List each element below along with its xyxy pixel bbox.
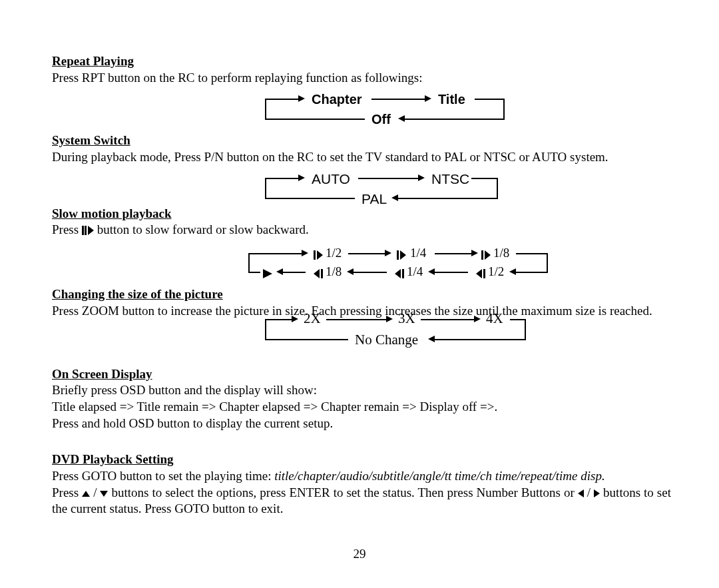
diagram-label: 3X xyxy=(398,310,415,328)
page-number: 29 xyxy=(0,546,719,563)
text-fragment: buttons to select the options, press ENT… xyxy=(108,485,577,499)
diagram-zoom-cycle: 2X 3X 4X No Change xyxy=(265,312,545,352)
text-fragment: Press GOTO button to set the playing tim… xyxy=(52,469,274,483)
diagram-label: 4X xyxy=(486,310,503,328)
text-repeat: Press RPT button on the RC to perform re… xyxy=(52,70,671,87)
diagram-label: 2X xyxy=(304,310,321,328)
svg-rect-10 xyxy=(483,269,485,278)
document-page: Repeat Playing Press RPT button on the R… xyxy=(52,53,671,318)
diagram-label: 1/4 xyxy=(410,245,426,262)
svg-rect-1 xyxy=(85,226,87,235)
diagram-label: 1/4 xyxy=(407,264,423,280)
left-icon xyxy=(578,489,584,497)
text-osd-3: Press and hold OSD button to display the… xyxy=(52,416,671,432)
step-fwd-icon xyxy=(397,248,406,264)
svg-marker-4 xyxy=(317,250,323,260)
heading-system: System Switch xyxy=(52,133,671,149)
diagram-label: 1/8 xyxy=(326,264,342,280)
step-back-icon xyxy=(314,266,323,283)
step-fwd-icon xyxy=(314,248,323,264)
text-system: During playback mode, Press P/N button o… xyxy=(52,149,671,166)
up-icon xyxy=(82,491,90,497)
svg-rect-14 xyxy=(321,269,323,278)
svg-rect-12 xyxy=(402,269,404,278)
diagram-label: No Change xyxy=(355,331,418,349)
step-fwd-icon xyxy=(481,248,491,264)
text-osd-2: Title elapsed => Title remain => Chapter… xyxy=(52,399,671,416)
heading-slow: Slow motion playback xyxy=(52,206,671,222)
svg-marker-8 xyxy=(485,250,491,260)
svg-rect-5 xyxy=(397,250,399,260)
diagram-label: Chapter xyxy=(312,91,362,108)
diagram-label: 1/2 xyxy=(488,264,504,280)
pause-play-icon xyxy=(82,223,94,240)
play-icon xyxy=(263,266,272,283)
svg-rect-7 xyxy=(481,250,483,260)
diagram-label: AUTO xyxy=(312,170,350,188)
svg-marker-2 xyxy=(88,226,94,235)
svg-marker-13 xyxy=(314,269,320,278)
text-fragment: Press xyxy=(52,485,82,499)
diagram-label: 1/8 xyxy=(493,245,509,262)
heading-zoom: Changing the size of the picture xyxy=(52,286,671,303)
section-osd: On Screen Display Briefly press OSD butt… xyxy=(52,366,671,432)
heading-goto: DVD Playback Setting xyxy=(52,451,671,468)
text-fragment-italic: title/chapter/audio/subtitle/angle/tt ti… xyxy=(274,469,604,483)
svg-marker-11 xyxy=(395,269,401,278)
section-system: System Switch During playback mode, Pres… xyxy=(52,133,671,165)
text-goto-2: Press / buttons to select the options, p… xyxy=(52,485,671,517)
text-slow: Press button to slow forward or slow bac… xyxy=(52,222,671,240)
text-goto-1: Press GOTO button to set the playing tim… xyxy=(52,468,671,485)
heading-repeat: Repeat Playing xyxy=(52,53,671,70)
heading-osd: On Screen Display xyxy=(52,366,671,383)
svg-rect-3 xyxy=(314,250,316,260)
diagram-label: 1/2 xyxy=(326,245,342,262)
diagram-slow-cycle: 1/2 1/4 1/8 1/2 1/4 1/8 xyxy=(275,246,581,286)
diagram-repeat-cycle: Chapter Title Off xyxy=(265,92,558,132)
svg-marker-15 xyxy=(263,269,272,278)
svg-rect-0 xyxy=(82,226,84,235)
diagram-label: Title xyxy=(438,91,465,108)
text-fragment: Press xyxy=(52,222,82,236)
section-repeat: Repeat Playing Press RPT button on the R… xyxy=(52,53,671,86)
down-icon xyxy=(100,491,108,497)
diagram-label: Off xyxy=(371,111,391,128)
right-icon xyxy=(594,489,600,497)
text-fragment: button to slow forward or slow backward. xyxy=(97,222,309,236)
svg-marker-6 xyxy=(400,250,406,260)
step-back-icon xyxy=(395,266,404,283)
svg-marker-9 xyxy=(476,269,482,278)
section-slow: Slow motion playback Press button to slo… xyxy=(52,206,671,240)
step-back-icon xyxy=(476,266,485,283)
diagram-label: NTSC xyxy=(431,170,469,188)
text-osd-1: Briefly press OSD button and the display… xyxy=(52,382,671,399)
section-goto: DVD Playback Setting Press GOTO button t… xyxy=(52,451,671,517)
